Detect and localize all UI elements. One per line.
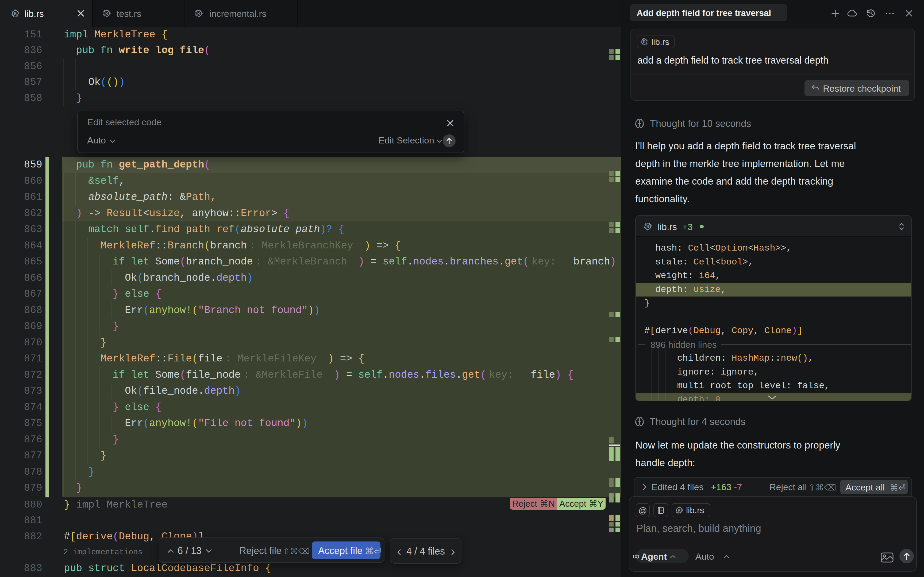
svg-text:R: R (14, 11, 17, 16)
svg-text:R: R (643, 40, 646, 44)
svg-text:R: R (678, 508, 681, 513)
svg-text:R: R (105, 11, 108, 16)
svg-text:R: R (646, 224, 649, 229)
svg-text:R: R (197, 11, 200, 16)
